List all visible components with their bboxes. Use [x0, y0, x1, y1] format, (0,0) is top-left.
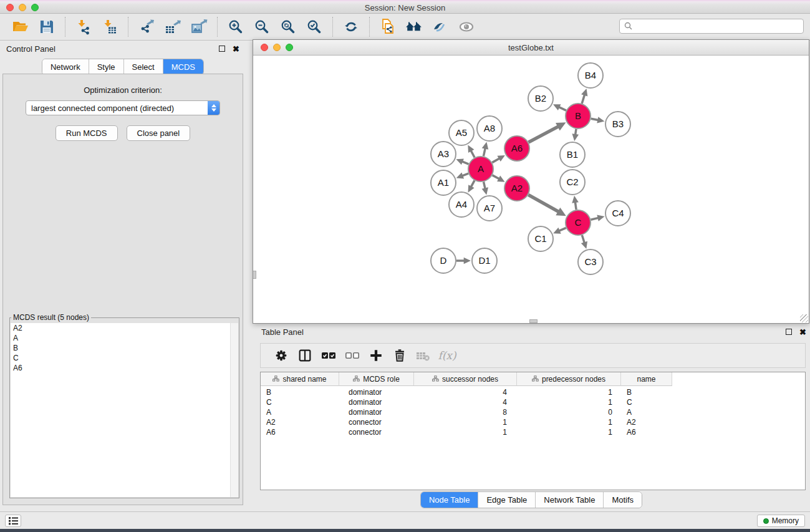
table-row[interactable]: Cdominator41C: [261, 397, 805, 407]
tab-mcds[interactable]: MCDS: [163, 59, 203, 75]
float-panel-icon[interactable]: [219, 46, 225, 52]
table-row[interactable]: Bdominator41B: [261, 387, 805, 397]
edge-A2-C[interactable]: [528, 195, 558, 211]
cell-name[interactable]: A: [621, 408, 672, 417]
zoom-in-icon[interactable]: [226, 17, 245, 36]
mcds-result-item[interactable]: A: [11, 333, 238, 343]
scrollbar-track[interactable]: [230, 323, 238, 497]
edge-B-B2[interactable]: [559, 107, 566, 110]
column-header-shared-name[interactable]: shared name: [261, 372, 339, 386]
import-table-icon[interactable]: [100, 17, 119, 36]
tab-network-table[interactable]: Network Table: [536, 492, 604, 508]
cell-shared-name[interactable]: A6: [261, 428, 339, 437]
cell-successor-nodes[interactable]: 4: [414, 388, 517, 397]
mcds-result-list[interactable]: A2ABCA6: [11, 323, 238, 497]
criterion-dropdown[interactable]: largest connected component (directed): [26, 100, 220, 115]
mcds-result-item[interactable]: C: [11, 353, 238, 363]
edge-A-A4[interactable]: [471, 180, 475, 186]
cell-successor-nodes[interactable]: 8: [414, 408, 517, 417]
vertical-scrollbar-thumb[interactable]: [253, 271, 256, 279]
close-panel-button[interactable]: Close panel: [127, 125, 191, 141]
resize-grip[interactable]: [800, 314, 808, 322]
zoom-out-icon[interactable]: [253, 17, 271, 36]
search-input[interactable]: [634, 22, 803, 31]
cell-shared-name[interactable]: A: [261, 408, 339, 417]
cell-MCDS-role[interactable]: connector: [339, 418, 414, 427]
cell-MCDS-role[interactable]: connector: [339, 428, 414, 437]
hide-details-icon[interactable]: [457, 17, 476, 36]
tab-edge-table[interactable]: Edge Table: [478, 492, 536, 508]
column-header-predecessor-nodes[interactable]: predecessor nodes: [517, 372, 621, 386]
column-header-MCDS-role[interactable]: MCDS role: [339, 372, 414, 386]
search-field[interactable]: [619, 19, 804, 34]
cell-MCDS-role[interactable]: dominator: [339, 398, 414, 407]
deselect-all-icon[interactable]: [343, 346, 362, 365]
network-window-titlebar[interactable]: testGlobe.txt: [253, 40, 809, 56]
select-all-icon[interactable]: [319, 346, 338, 365]
import-network-icon[interactable]: [74, 17, 93, 36]
table-row[interactable]: Adominator80A: [261, 407, 805, 417]
task-history-button[interactable]: [5, 515, 21, 527]
export-image-icon[interactable]: [190, 17, 208, 36]
tab-network[interactable]: Network: [42, 59, 89, 75]
edge-B-B3[interactable]: [591, 118, 599, 120]
mcds-result-item[interactable]: A6: [11, 363, 238, 373]
cell-predecessor-nodes[interactable]: 1: [517, 388, 621, 397]
edge-C-C1[interactable]: [559, 228, 566, 231]
cell-name[interactable]: A2: [621, 418, 672, 427]
cell-shared-name[interactable]: C: [261, 398, 339, 407]
edge-B-B4[interactable]: [582, 95, 584, 104]
cell-successor-nodes[interactable]: 1: [414, 418, 517, 427]
table-row[interactable]: A6connector11A6: [261, 427, 805, 437]
column-header-successor-nodes[interactable]: successor nodes: [414, 372, 517, 386]
duplicate-network-icon[interactable]: [378, 17, 397, 36]
close-panel-icon[interactable]: ✖: [233, 44, 239, 54]
horizontal-scrollbar-thumb[interactable]: [529, 319, 538, 323]
clear-table-icon[interactable]: [414, 346, 433, 365]
cell-shared-name[interactable]: B: [261, 388, 339, 397]
edge-C-C2[interactable]: [575, 202, 576, 210]
cell-name[interactable]: C: [621, 398, 672, 407]
cell-successor-nodes[interactable]: 4: [414, 398, 517, 407]
edge-A-A6[interactable]: [492, 158, 499, 163]
table-settings-icon[interactable]: [272, 346, 291, 365]
tab-node-table[interactable]: Node Table: [421, 492, 479, 508]
edge-A-A8[interactable]: [483, 148, 485, 157]
float-table-panel-icon[interactable]: [786, 329, 792, 335]
open-session-icon[interactable]: [11, 17, 30, 36]
save-session-icon[interactable]: [37, 17, 56, 36]
cell-name[interactable]: A6: [621, 428, 672, 437]
cell-name[interactable]: B: [621, 388, 672, 397]
node-table[interactable]: shared nameMCDS rolesuccessor nodesprede…: [260, 372, 806, 490]
delete-column-icon[interactable]: [390, 346, 409, 365]
cell-successor-nodes[interactable]: 1: [414, 428, 517, 437]
cell-shared-name[interactable]: A2: [261, 418, 339, 427]
cell-predecessor-nodes[interactable]: 1: [517, 418, 621, 427]
edge-A-A2[interactable]: [493, 175, 499, 179]
zoom-selected-icon[interactable]: [305, 17, 324, 36]
show-all-panels-icon[interactable]: [405, 17, 423, 36]
edge-C-C3[interactable]: [582, 235, 584, 243]
mcds-result-item[interactable]: B: [11, 343, 238, 353]
edge-A-A3[interactable]: [462, 162, 469, 164]
edge-A-A5[interactable]: [471, 150, 475, 157]
network-canvas[interactable]: B4B2BB3A8A5A6A3B1AC2A1A2A4A7C4CC1DD1C3: [253, 56, 809, 323]
tab-motifs[interactable]: Motifs: [604, 492, 642, 508]
zoom-fit-icon[interactable]: [279, 17, 297, 36]
mcds-result-item[interactable]: A2: [11, 323, 238, 333]
cell-predecessor-nodes[interactable]: 1: [517, 428, 621, 437]
cell-MCDS-role[interactable]: dominator: [339, 408, 414, 417]
edge-C-C4[interactable]: [591, 218, 598, 220]
cell-predecessor-nodes[interactable]: 1: [517, 398, 621, 407]
run-mcds-button[interactable]: Run MCDS: [55, 125, 118, 141]
memory-button[interactable]: Memory: [757, 515, 805, 527]
table-row[interactable]: A2connector11A2: [261, 417, 805, 427]
edge-A-A7[interactable]: [484, 181, 485, 188]
edge-A6-B[interactable]: [529, 127, 559, 142]
export-table-icon[interactable]: [163, 17, 182, 36]
close-table-panel-icon[interactable]: ✖: [799, 327, 806, 337]
apply-style-icon[interactable]: [431, 17, 450, 36]
network-graph[interactable]: B4B2BB3A8A5A6A3B1AC2A1A2A4A7C4CC1DD1C3: [253, 56, 809, 323]
add-column-icon[interactable]: [367, 346, 385, 365]
tab-style[interactable]: Style: [89, 59, 124, 75]
